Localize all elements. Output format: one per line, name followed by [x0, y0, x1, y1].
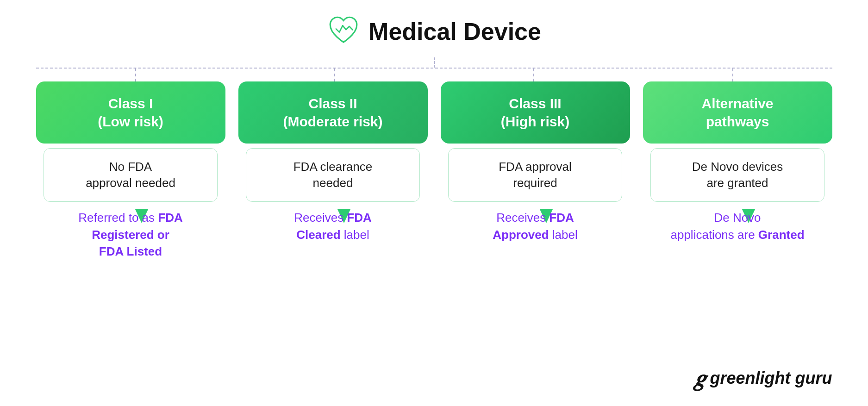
- class2-label: Class II(Moderate risk): [283, 94, 382, 131]
- alt-desc: De Novo devicesare granted: [692, 159, 783, 191]
- class2-desc: FDA clearanceneeded: [293, 159, 373, 191]
- class1-result: Referred to as FDARegistered orFDA Liste…: [74, 209, 187, 260]
- vertical-connectors: [36, 69, 832, 81]
- column-class3: Class III(High risk) FDA approvalrequire…: [441, 81, 630, 260]
- main-columns: Class I(Low risk) No FDAapproval needed …: [36, 81, 832, 260]
- top-vertical-connector: [434, 57, 435, 68]
- class1-header-box: Class I(Low risk): [36, 81, 225, 144]
- alt-desc-box: De Novo devicesare granted: [650, 148, 824, 202]
- class1-desc: No FDAapproval needed: [86, 159, 175, 191]
- class3-desc: FDA approvalrequired: [499, 159, 572, 191]
- column-alt: Alternativepathways De Novo devicesare g…: [643, 81, 832, 260]
- column-class2: Class II(Moderate risk) FDA clearancenee…: [238, 81, 428, 260]
- heart-icon: [327, 14, 360, 49]
- class2-header-box: Class II(Moderate risk): [238, 81, 428, 144]
- class3-header-box: Class III(High risk): [441, 81, 630, 144]
- alt-header-box: Alternativepathways: [643, 81, 832, 144]
- class1-label: Class I(Low risk): [98, 94, 163, 131]
- greenlight-guru-logo: 𝑔 greenlight guru: [693, 364, 832, 392]
- footer: 𝑔 greenlight guru: [36, 364, 832, 397]
- class2-result: Receives FDACleared label: [289, 209, 376, 243]
- alt-result: De Novoapplications are Granted: [666, 209, 809, 243]
- class3-result: Receives FDAApproved label: [488, 209, 582, 243]
- page-title: Medical Device: [368, 18, 541, 45]
- logo-g-letter: 𝑔: [693, 364, 706, 392]
- class3-desc-box: FDA approvalrequired: [448, 148, 622, 202]
- class2-desc-box: FDA clearanceneeded: [246, 148, 420, 202]
- class1-desc-box: No FDAapproval needed: [44, 148, 218, 202]
- logo-text: greenlight guru: [710, 369, 832, 388]
- column-class1: Class I(Low risk) No FDAapproval needed …: [36, 81, 225, 260]
- class3-label: Class III(High risk): [501, 94, 569, 131]
- page-header: Medical Device: [327, 14, 541, 49]
- alt-label: Alternativepathways: [701, 94, 773, 131]
